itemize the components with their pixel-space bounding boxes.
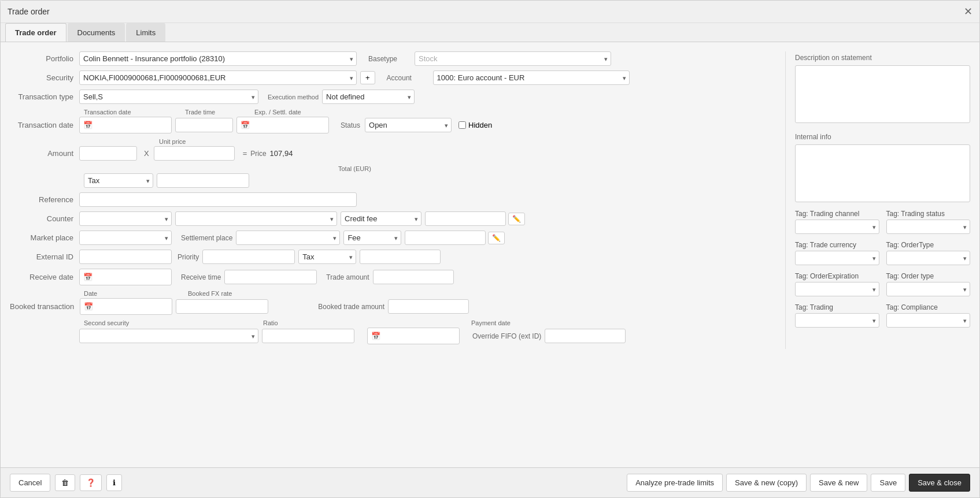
override-fifo-input[interactable]: 5,4: [545, 329, 626, 343]
trade-amount-label: Trade amount: [326, 273, 369, 281]
execution-method-select[interactable]: Not defined: [322, 90, 415, 104]
tag-trading-channel-select[interactable]: [795, 220, 879, 234]
main-form-area: Portfolio Colin Bennett - Insurance port…: [10, 51, 776, 349]
sublabel-settl-date: Exp. / Settl. date: [254, 109, 301, 116]
modal-footer: Cancel 🗑 ❓ ℹ Analyze pre-trade limits Sa…: [1, 467, 979, 497]
reference-row: Reference: [10, 192, 776, 207]
save-new-copy-button[interactable]: Save & new (copy): [726, 474, 807, 492]
account-select[interactable]: 1000: Euro account - EUR: [433, 70, 630, 85]
amount-label: Amount: [10, 149, 79, 158]
tab-trade-order[interactable]: Trade order: [5, 23, 66, 42]
security-label: Security: [10, 73, 79, 82]
amount-input[interactable]: 20: [79, 146, 137, 161]
external-id-label: External ID: [10, 252, 79, 261]
trade-time-input[interactable]: 00:00:00: [175, 118, 233, 132]
transaction-type-select[interactable]: Sell,S: [79, 90, 258, 104]
fee-value-input[interactable]: 0,00: [405, 231, 486, 245]
description-textarea[interactable]: [795, 65, 970, 123]
calendar-icon-receive: 📅: [83, 273, 93, 281]
tag-order-type: Tag: OrderType: [886, 241, 971, 265]
modal-title: Trade order: [8, 7, 50, 16]
transaction-type-label: Transaction type: [10, 92, 79, 101]
analyze-button[interactable]: Analyze pre-trade limits: [627, 474, 723, 492]
transaction-type-row: Transaction type Sell,S Execution method…: [10, 90, 776, 104]
calendar-icon-payment: 📅: [371, 332, 380, 340]
tag-compliance-select[interactable]: [886, 313, 971, 328]
priority-input[interactable]: 0: [202, 250, 295, 264]
tab-limits[interactable]: Limits: [126, 23, 165, 42]
tag-order-expiration-label: Tag: OrderExpiration: [795, 272, 879, 280]
external-id-input[interactable]: [79, 250, 172, 264]
tag-order-expiration-select[interactable]: [795, 282, 879, 296]
portfolio-select[interactable]: Colin Bennett - Insurance portfolio (283…: [79, 51, 357, 66]
tag-trading-status-select[interactable]: [886, 220, 971, 234]
fee-edit-button[interactable]: ✏️: [488, 232, 505, 244]
credit-fee-input[interactable]: 0,00: [425, 211, 506, 226]
tag-trading-select[interactable]: [795, 313, 879, 328]
booked-date-input[interactable]: [93, 300, 168, 313]
tax-type-select[interactable]: Tax: [84, 173, 153, 188]
tag-order-type2-select[interactable]: [886, 282, 971, 296]
right-column: Description on statement Internal info T…: [785, 51, 970, 349]
tag-order-type2: Tag: Order type: [886, 272, 971, 296]
credit-fee-edit-button[interactable]: ✏️: [508, 213, 525, 225]
receive-time-input[interactable]: [224, 270, 317, 284]
basetype-select[interactable]: Stock: [415, 51, 611, 66]
execution-method-label: Execution method: [258, 94, 322, 101]
internal-info-header: Internal info: [795, 133, 970, 141]
total-eur-sublabel: Total (EUR): [84, 165, 776, 172]
unit-price-input[interactable]: 5,397: [154, 146, 235, 161]
tag-trading-status-label: Tag: Trading status: [886, 210, 971, 218]
transaction-date-input[interactable]: 10.12.2024: [93, 118, 168, 132]
tag-trade-currency-select[interactable]: [795, 251, 879, 265]
add-security-button[interactable]: +: [360, 71, 375, 84]
tag-trading-status: Tag: Trading status: [886, 210, 971, 234]
tax-value-input[interactable]: 0,00: [157, 173, 249, 188]
transaction-date-row: Transaction date 📅 10.12.2024 00:00:00 📅…: [10, 117, 776, 133]
tag-order-type-select[interactable]: [886, 251, 971, 265]
second-security-select[interactable]: [79, 329, 258, 343]
tag-trading: Tag: Trading: [795, 303, 879, 328]
tax2-type-select[interactable]: Tax: [298, 250, 356, 264]
booked-trade-amount-input[interactable]: 0,00: [388, 299, 469, 314]
counter-label: Counter: [10, 214, 79, 223]
hidden-checkbox[interactable]: [458, 121, 466, 129]
trade-amount-input[interactable]: 107,94: [373, 270, 454, 284]
tax2-value-input[interactable]: 0,00: [360, 250, 441, 264]
save-new-button[interactable]: Save & new: [810, 474, 867, 492]
reference-input[interactable]: [79, 192, 357, 207]
price-label: Price: [250, 150, 266, 158]
price-value: 107,94: [270, 149, 293, 158]
help-button[interactable]: ❓: [80, 474, 102, 491]
counter-select-1[interactable]: [79, 211, 172, 226]
tag-trade-currency-label: Tag: Trade currency: [795, 241, 879, 249]
status-select[interactable]: Open: [365, 118, 452, 132]
payment-date-input[interactable]: [380, 329, 456, 343]
tab-documents[interactable]: Documents: [68, 23, 125, 42]
market-place-select[interactable]: [79, 231, 172, 245]
info-button[interactable]: ℹ: [106, 474, 122, 491]
settl-date-input[interactable]: [250, 118, 325, 132]
security-select[interactable]: NOKIA,FI0009000681,FI0009000681,EUR: [79, 70, 357, 85]
receive-date-input[interactable]: [93, 270, 168, 284]
market-place-label: Market place: [10, 233, 79, 242]
counter-select-2[interactable]: [175, 211, 337, 226]
settlement-place-select[interactable]: [236, 231, 340, 245]
trash-button[interactable]: 🗑: [55, 474, 75, 491]
booked-fx-input[interactable]: 1: [176, 299, 268, 314]
save-button[interactable]: Save: [871, 474, 905, 492]
save-close-button[interactable]: Save & close: [909, 474, 970, 492]
fee-type-select[interactable]: Fee: [343, 231, 401, 245]
credit-fee-select[interactable]: Credit fee: [341, 211, 421, 226]
transaction-date-label: Transaction date: [10, 121, 79, 129]
cancel-button[interactable]: Cancel: [10, 474, 50, 492]
ratio-input[interactable]: [262, 329, 354, 343]
total-eur-label: Total (EUR): [338, 165, 371, 172]
sublabel-trade-time: Trade time: [185, 109, 254, 116]
unit-price-sublabel: Unit price: [159, 138, 186, 145]
internal-info-textarea[interactable]: [795, 144, 970, 202]
modal-body: Portfolio Colin Bennett - Insurance port…: [1, 42, 979, 467]
receive-time-label: Receive time: [181, 273, 224, 281]
booked-fx-sublabel: Booked FX rate: [188, 290, 232, 297]
close-button[interactable]: ✕: [964, 5, 972, 18]
